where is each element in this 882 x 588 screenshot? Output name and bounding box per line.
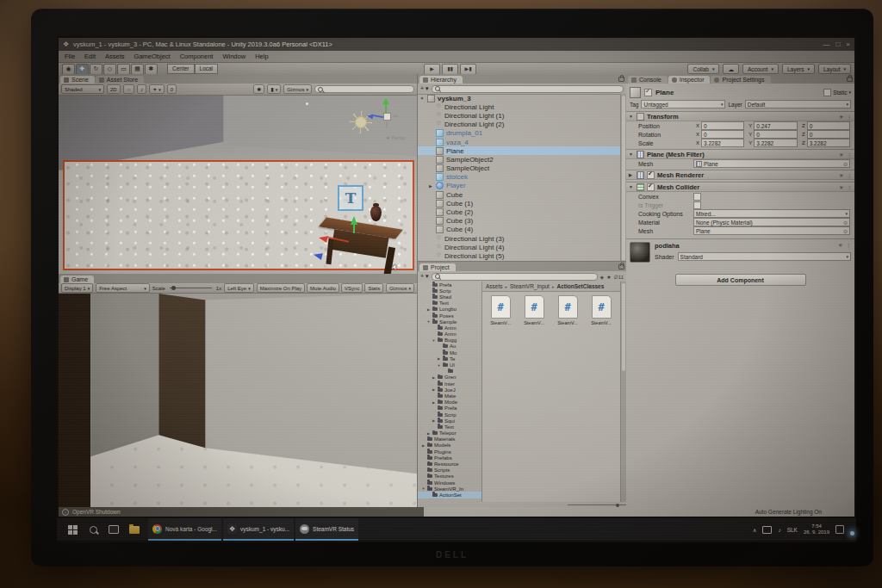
project-folder-row[interactable]: Prefa [418, 405, 481, 412]
project-folder-row[interactable]: Au [418, 344, 481, 350]
kebab-icon[interactable]: ⋮ [847, 152, 852, 158]
project-folder-row[interactable]: Prefa [418, 282, 481, 288]
project-folder-row[interactable]: Scripts [418, 467, 481, 473]
expand-arrow-icon[interactable]: ▶ [437, 356, 441, 361]
script-asset[interactable]: #SteamV... [588, 295, 614, 325]
lock-icon[interactable] [618, 77, 624, 82]
tag-dropdown[interactable]: Untagged [641, 100, 725, 108]
checkbox[interactable] [693, 193, 701, 201]
project-search-input[interactable] [432, 273, 598, 281]
project-folder-row[interactable]: ▶Telepor [418, 430, 481, 436]
menu-item-window[interactable]: Window [222, 53, 245, 60]
hierarchy-row[interactable]: Directional Light (5) [418, 251, 621, 260]
cloud-button[interactable]: ☁ [723, 64, 739, 74]
project-folder-row[interactable]: ▶Mode [418, 399, 481, 405]
shader-dropdown[interactable]: Standard [678, 252, 851, 261]
breadcrumb-item[interactable]: Assets [486, 283, 503, 289]
game-viewport[interactable] [59, 294, 417, 508]
hierarchy-row[interactable]: vaza_4 [418, 138, 621, 146]
taskbar-search-button[interactable] [83, 518, 103, 541]
play-button[interactable]: ▶ [424, 64, 440, 75]
kebab-icon[interactable]: ⋮ [847, 184, 852, 190]
static-checkbox[interactable] [823, 89, 831, 96]
project-folder-row[interactable]: Windows [418, 480, 481, 486]
search-by-type-icon[interactable]: ◈ [600, 274, 605, 280]
project-folder-row[interactable]: Anim [418, 331, 481, 337]
project-folder-row[interactable]: Scrip [418, 412, 481, 418]
hierarchy-row[interactable]: Directional Light (4) [418, 243, 621, 251]
tool-settings-button[interactable]: ✱ [253, 84, 264, 94]
presets-icon[interactable]: ✳ [839, 114, 843, 120]
collab-button[interactable]: Collab▾ [687, 64, 719, 74]
project-folder-row[interactable]: ▼Sample [418, 319, 481, 325]
project-folder-row[interactable]: ▶JoeJ [418, 387, 481, 393]
scale-slider[interactable] [170, 288, 212, 288]
kebab-icon[interactable]: ⋮ [847, 172, 852, 178]
expand-arrow-icon[interactable]: ▶ [432, 400, 436, 405]
game-toggle-stats[interactable]: Stats [364, 283, 383, 293]
project-folder-row[interactable]: Mate [418, 393, 481, 399]
taskbar-app-steamvr[interactable]: SteamVR Status [295, 518, 358, 541]
hidden-count-badge[interactable]: ∅11 [614, 274, 624, 280]
scene-search-input[interactable] [314, 85, 414, 93]
hierarchy-row[interactable]: Directional Light (1) [418, 111, 621, 120]
active-checkbox[interactable] [644, 89, 652, 96]
favorites-icon[interactable]: ★ [606, 274, 611, 280]
move-tool[interactable]: ✚ [76, 64, 89, 75]
hierarchy-row[interactable]: Cube (3) [418, 217, 621, 226]
add-component-button[interactable]: Add Component [675, 274, 806, 286]
menu-item-file[interactable]: File [65, 53, 75, 60]
orientation-gizmo[interactable] [370, 101, 403, 133]
hierarchy-row[interactable]: drumpla_01 [418, 129, 621, 138]
project-folder-row[interactable]: ▼UI [418, 362, 481, 368]
pivot-local-button[interactable]: Local [195, 64, 219, 74]
custom-tool[interactable]: ✱ [145, 64, 158, 75]
hand-tool[interactable]: ◉ [62, 64, 75, 75]
tray-expand-icon[interactable]: ∧ [753, 527, 756, 533]
project-folder-row[interactable]: Mo [418, 350, 481, 356]
hierarchy-row[interactable]: Directional Light (3) [418, 234, 621, 243]
presets-icon[interactable]: ✳ [838, 242, 842, 250]
expand-arrow-icon[interactable]: ▶ [426, 431, 431, 436]
project-folder-row[interactable]: ▼SteamVR_In [418, 486, 481, 492]
script-asset[interactable]: #SteamV... [521, 295, 547, 325]
project-folder-row[interactable]: ▶Longbo [418, 306, 481, 313]
effects-dropdown[interactable]: ✦▾ [149, 84, 165, 94]
project-scrollbar[interactable] [620, 282, 626, 502]
expand-arrow-icon[interactable]: ▶ [421, 443, 425, 448]
rect-tool[interactable]: ▭ [117, 64, 130, 75]
expand-arrow-icon[interactable]: ▼ [421, 486, 425, 491]
hierarchy-row[interactable]: stolcek [418, 173, 621, 182]
presets-icon[interactable]: ✳ [839, 184, 843, 190]
vector-field-y[interactable]: 3.2282 [754, 139, 797, 147]
project-folder-row[interactable]: ▼Bugg [418, 337, 481, 344]
mesh-filter-header[interactable]: ▼ Plane (Mesh Filter) ✳⋮ [626, 149, 854, 159]
project-folder-row[interactable]: ▶Squi [418, 418, 481, 424]
lock-icon[interactable] [847, 77, 853, 82]
volume-icon[interactable]: ♪ [778, 527, 780, 533]
game-toggle-mute-audio[interactable]: Mute Audio [307, 283, 339, 293]
expand-arrow-icon[interactable]: ▼ [426, 319, 431, 324]
hierarchy-root-row[interactable]: ▼vyskum_3 [418, 94, 621, 102]
tab-inspector[interactable]: Inspector [668, 76, 711, 84]
project-folder-row[interactable]: ▶Gren [418, 374, 481, 381]
clock[interactable]: 7:54 26. 9. 2019 [804, 523, 829, 536]
project-folder-row[interactable]: Inter [418, 381, 481, 387]
tab-asset-store[interactable]: Asset Store [96, 76, 144, 84]
transform-header[interactable]: ▼ Transform ✳⋮ [626, 111, 854, 121]
scene-viewport[interactable]: ◄ Persp T ➤ [59, 96, 417, 274]
camera-dropdown[interactable]: ▮▾ [267, 84, 281, 94]
vector-field-x[interactable]: 3.2282 [701, 139, 744, 147]
static-dropdown[interactable]: Static▾ [823, 89, 851, 96]
tab-project-settings[interactable]: Project Settings [711, 76, 770, 84]
project-folder-row[interactable]: Ressource [418, 461, 481, 467]
close-button[interactable]: × [846, 40, 850, 48]
script-asset[interactable]: #SteamV... [488, 295, 513, 325]
menu-item-component[interactable]: Component [180, 53, 214, 60]
project-folder-row[interactable]: Shad [418, 294, 481, 300]
hierarchy-row[interactable]: Cube (1) [418, 199, 621, 207]
mesh-object-field[interactable]: Plane [693, 159, 850, 168]
hierarchy-row[interactable]: Directional Light [418, 102, 621, 111]
hierarchy-row[interactable]: Cube (4) [418, 226, 621, 234]
kebab-icon[interactable]: ⋮ [847, 114, 852, 120]
